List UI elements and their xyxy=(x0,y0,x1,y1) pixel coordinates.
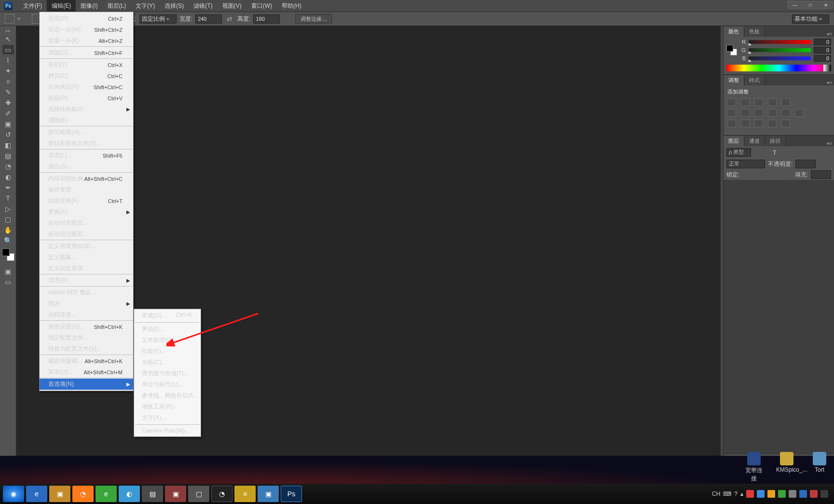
edit-menu-item[interactable]: 定义画笔预设(B)... xyxy=(40,241,133,252)
menu-layer[interactable]: 图层(L) xyxy=(103,0,131,12)
blur-tool-icon[interactable]: ◔ xyxy=(2,162,14,171)
tab-styles[interactable]: 样式 xyxy=(744,75,765,85)
prefs-plugins[interactable]: 增效工具(P)... xyxy=(134,401,201,412)
tab-color[interactable]: 颜色 xyxy=(724,27,744,37)
path-select-tool-icon[interactable]: ▷ xyxy=(2,204,14,214)
adj-levels-icon[interactable] xyxy=(741,98,750,106)
maximize-button[interactable]: □ xyxy=(803,1,818,9)
prefs-cursors[interactable]: 光标(C)... xyxy=(134,357,201,368)
lasso-tool-icon[interactable]: ⌇ xyxy=(2,55,14,65)
edit-menu-item[interactable]: 清除(E) xyxy=(40,115,133,126)
edit-menu-item[interactable]: 清理(R)▶ xyxy=(40,275,133,286)
dodge-tool-icon[interactable]: ◐ xyxy=(2,172,14,182)
adj-selcolor-icon[interactable] xyxy=(781,120,790,127)
quickmask-icon[interactable]: ▣ xyxy=(2,267,14,276)
edit-menu-item[interactable]: 后退一步(K)Alt+Ctrl+Z xyxy=(40,35,133,47)
slider-g[interactable] xyxy=(749,48,811,52)
marquee-tool-preset-icon[interactable] xyxy=(5,14,14,24)
adj-exposure-icon[interactable] xyxy=(768,98,777,106)
edit-menu-item[interactable]: 还原(O)Ctrl+Z xyxy=(40,13,133,24)
refine-edge-button[interactable]: 调整边缘... xyxy=(295,14,331,24)
edit-menu-item[interactable]: 自动混合图层... xyxy=(40,229,133,240)
prefs-guides[interactable]: 参考线、网格和切片... xyxy=(134,390,201,401)
edit-menu-item[interactable]: 定义图案... xyxy=(40,252,133,263)
desktop-shortcut-kmspico[interactable]: KMSpico_... xyxy=(776,452,797,483)
value-b[interactable]: 0 xyxy=(814,55,831,62)
filter-smart-icon[interactable] xyxy=(792,149,799,156)
color-swatch-icon[interactable] xyxy=(726,45,737,55)
adj-colorlookup-icon[interactable] xyxy=(795,109,804,117)
edit-menu-item[interactable]: 选择性粘贴(I)▶ xyxy=(40,104,133,115)
adj-threshold-icon[interactable] xyxy=(754,120,763,127)
prefs-transparency[interactable]: 透明度与色域(T)... xyxy=(134,368,201,379)
taskbar-app3-icon[interactable]: ▣ xyxy=(165,486,186,502)
gradient-tool-icon[interactable]: ▤ xyxy=(2,151,14,161)
adj-curves-icon[interactable] xyxy=(754,98,763,106)
adj-hue-icon[interactable] xyxy=(727,109,736,117)
tab-paths[interactable]: 路径 xyxy=(765,136,786,146)
edit-menu-item[interactable]: 操控变形 xyxy=(40,184,133,195)
edit-menu-item[interactable]: 合并拷贝(Y)Shift+Ctrl+C xyxy=(40,82,133,93)
prefs-performance[interactable]: 性能(E)... xyxy=(134,346,201,357)
slider-r[interactable] xyxy=(749,40,811,44)
opacity-select[interactable] xyxy=(795,160,816,168)
minimize-button[interactable]: — xyxy=(788,1,802,9)
edit-menu-item[interactable]: 描边(S)... xyxy=(40,161,133,173)
lock-position-icon[interactable] xyxy=(764,171,771,178)
width-input[interactable] xyxy=(195,14,222,24)
prefs-units[interactable]: 单位与标尺(U)... xyxy=(134,379,201,390)
filter-type-icon[interactable]: T xyxy=(772,149,780,156)
tray-help-icon[interactable]: ? xyxy=(734,490,738,497)
edit-menu-item[interactable]: 填充(L)...Shift+F5 xyxy=(40,150,133,161)
crop-tool-icon[interactable]: ⌗ xyxy=(2,77,14,86)
adj-gradmap-icon[interactable] xyxy=(768,120,777,127)
menu-type[interactable]: 文字(Y) xyxy=(131,0,160,12)
type-tool-icon[interactable]: T xyxy=(2,193,14,203)
desktop-shortcut-tort[interactable]: Tort xyxy=(809,452,830,483)
slider-b[interactable] xyxy=(749,56,811,60)
edit-menu-item[interactable]: 远程连接... xyxy=(40,309,133,321)
menu-view[interactable]: 视图(V) xyxy=(218,0,246,12)
taskbar-notes-icon[interactable]: ≡ xyxy=(234,486,256,502)
close-button[interactable]: ✕ xyxy=(819,1,833,9)
tab-layers[interactable]: 图层 xyxy=(724,136,744,146)
eraser-tool-icon[interactable]: ◧ xyxy=(2,140,14,150)
edit-menu-item[interactable]: 自由变换(F)Ctrl+T xyxy=(40,195,133,206)
edit-menu-item[interactable]: 颜色设置(G)...Shift+Ctrl+K xyxy=(40,321,133,332)
prefs-general[interactable]: 常规(G)...Ctrl+K xyxy=(134,310,201,321)
healing-tool-icon[interactable]: ✚ xyxy=(2,98,14,108)
tab-adjustments[interactable]: 调整 xyxy=(724,75,744,85)
hand-tool-icon[interactable]: ✋ xyxy=(2,225,14,235)
tray-icon[interactable] xyxy=(778,490,786,498)
edit-menu-item[interactable]: 拷贝(C)Ctrl+C xyxy=(40,70,133,82)
pen-tool-icon[interactable]: ✒ xyxy=(2,183,14,192)
adj-brightness-icon[interactable] xyxy=(727,98,736,106)
value-r[interactable]: 0 xyxy=(814,39,831,45)
menu-edit[interactable]: 编辑(E) xyxy=(47,0,76,12)
color-spectrum[interactable] xyxy=(726,65,831,71)
adj-vibrance-icon[interactable] xyxy=(781,98,790,106)
adj-channelmixer-icon[interactable] xyxy=(781,109,790,117)
taskbar-360-icon[interactable]: e xyxy=(96,486,117,502)
lock-pixels-icon[interactable] xyxy=(742,171,750,178)
color-swatch[interactable] xyxy=(2,248,14,261)
edit-menu-item[interactable]: 自动对齐图层... xyxy=(40,218,133,229)
screenmode-icon[interactable]: ▭ xyxy=(2,277,14,287)
prefs-type[interactable]: 文字(Y)... xyxy=(134,412,201,423)
shape-tool-icon[interactable]: ▢ xyxy=(2,215,14,224)
taskbar-avatar-icon[interactable]: ◔ xyxy=(211,486,232,502)
edit-menu-item[interactable]: 首选项(N)▶ xyxy=(40,379,133,390)
value-g[interactable]: 0 xyxy=(814,47,831,54)
taskbar-explorer-icon[interactable]: ▣ xyxy=(49,486,70,502)
taskbar-app5-icon[interactable]: ▣ xyxy=(258,486,279,502)
tray-volume-icon[interactable] xyxy=(810,490,818,498)
blend-mode-select[interactable]: 正常 xyxy=(726,160,765,168)
filter-kind-select[interactable]: ρ 类型 xyxy=(726,148,751,157)
edit-menu-item[interactable]: 转换为配置文件(V)... xyxy=(40,343,133,355)
wand-tool-icon[interactable]: ✦ xyxy=(2,66,14,76)
menu-help[interactable]: 帮助(H) xyxy=(277,0,306,12)
taskbar-qq-icon[interactable]: ◐ xyxy=(119,486,140,502)
marquee-tool-icon[interactable]: ▭ xyxy=(2,45,14,54)
taskbar-ie-icon[interactable]: e xyxy=(26,486,47,502)
filter-pixel-icon[interactable] xyxy=(753,149,761,156)
